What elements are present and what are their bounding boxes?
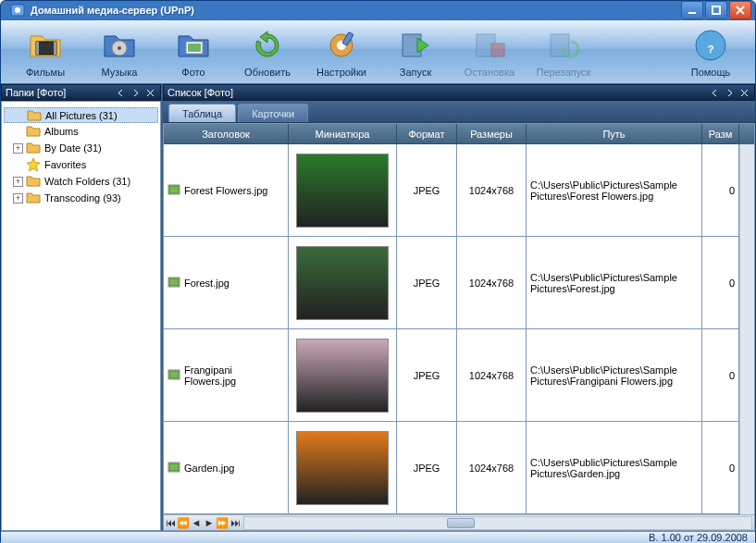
image-icon bbox=[167, 461, 180, 475]
panel-close-icon[interactable] bbox=[143, 86, 156, 99]
panel-prev-icon[interactable] bbox=[708, 86, 721, 99]
left-panel: Папки [Фото] +All Pictures (31)+Albums+B… bbox=[1, 84, 163, 531]
file-path: C:\Users\Public\Pictures\Sample Pictures… bbox=[527, 422, 702, 513]
star-icon bbox=[26, 157, 41, 172]
nav-prev-icon[interactable]: ◄ bbox=[190, 516, 203, 529]
file-path: C:\Users\Public\Pictures\Sample Pictures… bbox=[527, 144, 702, 236]
folder-tree[interactable]: +All Pictures (31)+Albums+By Date (31)+F… bbox=[1, 101, 161, 531]
grid-body[interactable]: Forest Flowers.jpgJPEG1024x768C:\Users\P… bbox=[164, 144, 739, 514]
panel-next-icon[interactable] bbox=[129, 86, 142, 99]
thumbnail bbox=[296, 154, 389, 228]
nav-nextpage-icon[interactable]: ⏩ bbox=[216, 516, 229, 529]
file-dims: 1024x768 bbox=[457, 329, 527, 421]
music-button[interactable]: Музыка bbox=[82, 20, 156, 83]
help-button[interactable]: ? Помощь bbox=[674, 20, 748, 83]
col-dims[interactable]: Размеры bbox=[457, 124, 527, 144]
tree-node[interactable]: +By Date (31) bbox=[4, 140, 158, 156]
folder-icon bbox=[26, 191, 41, 205]
table-row[interactable]: Forest.jpgJPEG1024x768C:\Users\Public\Pi… bbox=[164, 237, 739, 329]
refresh-button[interactable]: Обновить bbox=[230, 20, 304, 83]
file-size: 0 bbox=[702, 329, 739, 421]
tree-node[interactable]: +Albums bbox=[4, 123, 158, 140]
window-title: Домашний медиа-сервер (UPnP) bbox=[31, 5, 679, 16]
tree-node-label: By Date (31) bbox=[44, 142, 102, 154]
image-icon bbox=[167, 183, 180, 198]
stop-button: Остановка bbox=[452, 20, 527, 83]
grid-navigator: ⏮ ⏪ ◄ ► ⏩ ⏭ bbox=[164, 514, 754, 530]
file-dims: 1024x768 bbox=[457, 237, 527, 328]
thumbnail bbox=[296, 246, 389, 320]
thumbnail bbox=[296, 339, 389, 413]
file-dims: 1024x768 bbox=[457, 422, 527, 513]
svg-rect-23 bbox=[169, 278, 179, 286]
tab-table[interactable]: Таблица bbox=[168, 104, 236, 122]
tree-node[interactable]: +Transcoding (93) bbox=[4, 190, 158, 206]
file-size: 0 bbox=[702, 144, 739, 236]
panel-next-icon[interactable] bbox=[723, 86, 736, 99]
settings-button[interactable]: Настройки bbox=[304, 20, 378, 83]
maximize-button[interactable] bbox=[705, 1, 727, 19]
horizontal-scrollbar[interactable] bbox=[243, 516, 752, 530]
nav-next-icon[interactable]: ► bbox=[203, 516, 216, 529]
tab-cards[interactable]: Карточки bbox=[238, 104, 308, 122]
right-panel-header: Список [Фото] bbox=[163, 84, 755, 101]
col-path[interactable]: Путь bbox=[527, 124, 702, 144]
col-title[interactable]: Заголовок bbox=[164, 124, 289, 144]
left-panel-header: Папки [Фото] bbox=[1, 84, 161, 101]
tree-node-label: Albums bbox=[44, 126, 79, 137]
grid-header: Заголовок Миниатюра Формат Размеры Путь … bbox=[164, 124, 754, 144]
table-row[interactable]: Forest Flowers.jpgJPEG1024x768C:\Users\P… bbox=[164, 144, 739, 237]
photo-button[interactable]: Фото bbox=[156, 20, 230, 83]
help-label: Помощь bbox=[691, 67, 731, 78]
file-title: Garden.jpg bbox=[184, 463, 234, 474]
panel-close-icon[interactable] bbox=[737, 86, 750, 99]
tree-node[interactable]: +Favorites bbox=[4, 156, 158, 173]
col-size[interactable]: Разм bbox=[702, 124, 739, 144]
help-icon: ? bbox=[692, 27, 729, 64]
image-icon bbox=[167, 276, 180, 290]
nav-first-icon[interactable]: ⏮ bbox=[164, 516, 177, 529]
start-button[interactable]: Запуск bbox=[378, 20, 452, 83]
films-label: Фильмы bbox=[26, 67, 65, 78]
music-icon bbox=[101, 27, 138, 64]
folder-icon bbox=[26, 174, 41, 189]
films-button[interactable]: Фильмы bbox=[8, 20, 82, 83]
tree-node-label: Favorites bbox=[44, 159, 86, 170]
nav-last-icon[interactable]: ⏭ bbox=[229, 516, 242, 529]
nav-prevpage-icon[interactable]: ⏪ bbox=[177, 516, 190, 529]
tree-node-label: All Pictures (31) bbox=[45, 110, 118, 121]
version-label: В. 1.00 от 29.09.2008 bbox=[649, 532, 748, 543]
refresh-label: Обновить bbox=[244, 67, 291, 78]
titlebar[interactable]: Домашний медиа-сервер (UPnP) bbox=[1, 1, 755, 19]
minimize-button[interactable] bbox=[681, 1, 703, 19]
app-icon bbox=[10, 3, 25, 18]
photo-icon bbox=[175, 27, 212, 64]
tree-node[interactable]: +All Pictures (31) bbox=[4, 107, 158, 123]
vertical-scrollbar[interactable] bbox=[739, 144, 754, 514]
table-row[interactable]: Frangipani Flowers.jpgJPEG1024x768C:\Use… bbox=[164, 329, 739, 422]
tab-cards-label: Карточки bbox=[252, 108, 294, 119]
film-icon bbox=[27, 27, 64, 64]
stop-icon bbox=[471, 27, 508, 64]
music-label: Музыка bbox=[102, 67, 138, 78]
tab-table-label: Таблица bbox=[182, 108, 222, 119]
expand-icon[interactable]: + bbox=[13, 143, 23, 154]
table-row[interactable]: Garden.jpgJPEG1024x768C:\Users\Public\Pi… bbox=[164, 422, 739, 514]
svg-rect-10 bbox=[188, 43, 201, 52]
restart-button: Перезапуск bbox=[527, 20, 601, 83]
image-icon bbox=[167, 368, 180, 383]
expand-icon[interactable]: + bbox=[13, 193, 23, 204]
panel-prev-icon[interactable] bbox=[114, 86, 127, 99]
tree-node[interactable]: +Watch Folders (31) bbox=[4, 173, 158, 190]
file-path: C:\Users\Public\Pictures\Sample Pictures… bbox=[527, 329, 702, 421]
close-button[interactable] bbox=[729, 1, 751, 19]
col-format[interactable]: Формат bbox=[397, 124, 457, 144]
start-icon bbox=[397, 27, 434, 64]
photo-label: Фото bbox=[181, 67, 204, 78]
stop-label: Остановка bbox=[465, 67, 514, 78]
file-path: C:\Users\Public\Pictures\Sample Pictures… bbox=[527, 237, 702, 328]
main-toolbar: Фильмы Музыка Фото Обновить Настройки За… bbox=[1, 19, 755, 84]
col-thumb[interactable]: Миниатюра bbox=[289, 124, 397, 144]
folder-icon bbox=[27, 108, 42, 123]
expand-icon[interactable]: + bbox=[13, 177, 23, 187]
